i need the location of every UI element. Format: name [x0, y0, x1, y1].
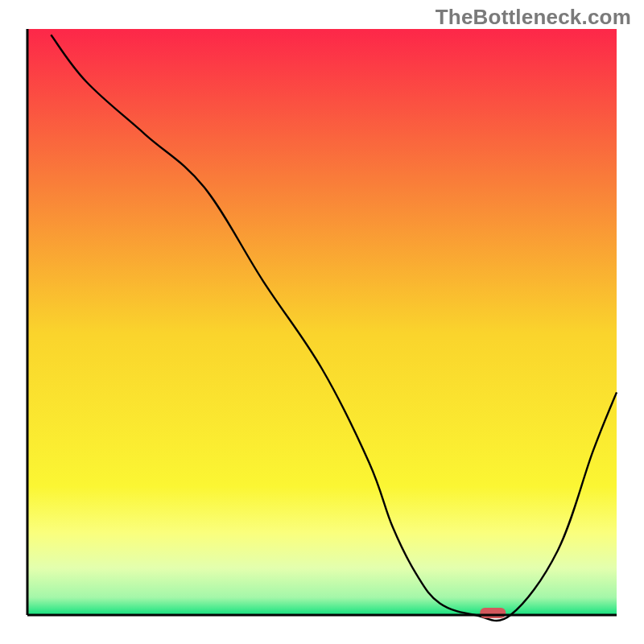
- sweet-spot-marker: [480, 608, 506, 618]
- chart-svg: [0, 0, 644, 644]
- bottleneck-chart: TheBottleneck.com: [0, 0, 644, 644]
- plot-background: [27, 29, 617, 615]
- watermark-text: TheBottleneck.com: [436, 5, 631, 30]
